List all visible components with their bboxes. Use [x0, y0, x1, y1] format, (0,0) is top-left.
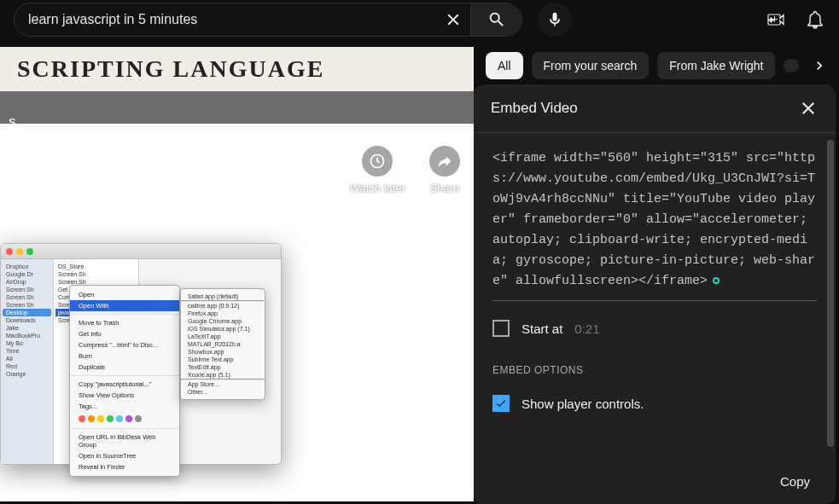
share-label: Share	[430, 182, 460, 194]
video-frame-whiteboard: SCRIPTING LANGUAGE	[0, 47, 474, 91]
close-icon	[798, 98, 819, 119]
scrollbar[interactable]	[827, 140, 834, 447]
embed-close-button[interactable]	[798, 98, 819, 119]
video-overlay-actions: Watch later Share	[350, 146, 460, 194]
video-title-overlay: s	[0, 108, 25, 136]
side-panel: AllFrom your searchFrom Jake Wright Embe…	[474, 39, 839, 504]
microphone-icon	[546, 11, 563, 28]
video-frame-mac-window: DropboxGoogle DrAirDropScreen ShScreen S…	[0, 243, 282, 465]
text-cursor-indicator	[713, 277, 720, 284]
watch-later-button[interactable]: Watch later	[350, 146, 405, 194]
start-at-label: Start at	[521, 322, 562, 336]
embed-dialog-title: Embed Video	[491, 100, 578, 117]
notifications-button[interactable]	[805, 9, 825, 30]
filter-chips: AllFrom your searchFrom Jake Wright	[486, 46, 839, 85]
header-actions	[766, 9, 825, 30]
main-content: SCRIPTING LANGUAGE s Watch later Share	[0, 39, 839, 504]
clock-icon	[369, 153, 386, 170]
share-icon	[436, 153, 453, 170]
copy-button[interactable]: Copy	[772, 469, 819, 494]
chips-scroll-right-button[interactable]	[807, 54, 831, 78]
create-button[interactable]	[766, 9, 786, 30]
header	[0, 0, 839, 39]
close-icon	[444, 10, 463, 29]
search-button[interactable]	[470, 3, 521, 36]
start-at-row: Start at 0:21	[492, 320, 817, 337]
embed-dialog: Embed Video <iframe width="560" height="…	[474, 84, 836, 504]
show-controls-row: Show player controls.	[492, 395, 817, 412]
share-button[interactable]: Share	[429, 146, 460, 194]
create-video-icon	[766, 9, 786, 30]
embed-code-textarea[interactable]: <iframe width="560" height="315" src="ht…	[492, 148, 817, 301]
embed-dialog-footer: Copy	[474, 459, 836, 504]
start-at-value[interactable]: 0:21	[574, 322, 599, 336]
chevron-right-icon	[811, 57, 828, 74]
search-bar	[14, 3, 522, 37]
search-icon	[487, 10, 506, 29]
voice-search-button[interactable]	[538, 3, 572, 37]
search-input[interactable]	[15, 12, 436, 27]
embed-dialog-header: Embed Video	[474, 84, 836, 133]
filter-chip[interactable]: From your search	[532, 52, 650, 79]
check-icon	[495, 397, 507, 409]
filter-chip[interactable]: From Jake Wright	[657, 52, 775, 79]
embed-dialog-body: <iframe width="560" height="315" src="ht…	[474, 133, 836, 459]
embed-options-heading: EMBED OPTIONS	[492, 364, 817, 376]
show-controls-checkbox[interactable]	[492, 395, 510, 412]
bell-icon	[805, 9, 825, 30]
start-at-checkbox[interactable]	[492, 320, 510, 337]
filter-chip[interactable]	[784, 59, 799, 72]
video-player[interactable]: SCRIPTING LANGUAGE s Watch later Share	[0, 47, 474, 501]
watch-later-label: Watch later	[350, 182, 405, 194]
show-controls-label: Show player controls.	[521, 397, 644, 411]
filter-chip[interactable]: All	[486, 52, 523, 79]
clear-search-button[interactable]	[436, 3, 470, 37]
